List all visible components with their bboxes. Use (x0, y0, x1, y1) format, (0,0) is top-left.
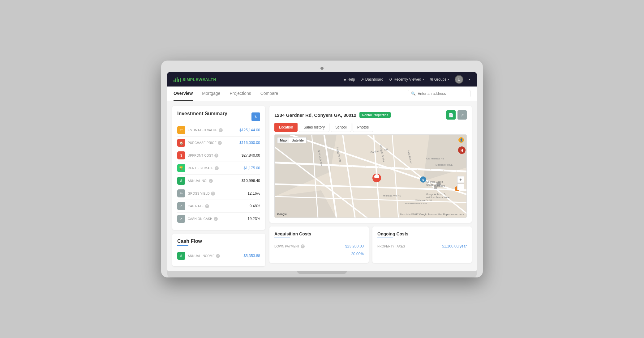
address-search-bar[interactable]: 🔍 (408, 90, 470, 97)
tab-projections[interactable]: Projections (230, 87, 251, 101)
cap-rate-label: CAP RATE (188, 205, 204, 208)
street-view-icon[interactable]: 👤 (458, 137, 464, 143)
ongoing-costs-title: Ongoing Costs (377, 231, 467, 236)
svg-text:and Sons Funeral Home: and Sons Funeral Home (426, 196, 450, 198)
tab-bar: Overview Mortgage Projections Compare 🔍 (167, 87, 477, 101)
cash-on-cash-label: CASH ON CASH (188, 217, 213, 221)
dashboard-icon: ↗ (361, 77, 364, 82)
map-zoom-controls: + − (457, 176, 464, 190)
bottom-cards: Acquisition Costs DOWN PAYMENT ? $23,200… (269, 226, 472, 263)
chevron-down-icon: ▾ (448, 78, 449, 81)
metric-row-gross-yield: % GROSS YIELD ? 12.16% (177, 187, 260, 200)
annual-income-row: $ ANNUAL INCOME ? $5,353.88 (177, 250, 260, 261)
rent-estimate-label: RENT ESTIMATE (188, 167, 213, 170)
rent-estimate-help-icon[interactable]: ? (215, 166, 219, 170)
address-search-input[interactable] (418, 91, 467, 96)
cap-rate-amount: 9.48% (250, 204, 260, 208)
estimated-value-help-icon[interactable]: ? (219, 128, 223, 132)
upfront-cost-help-icon[interactable]: ? (214, 154, 218, 158)
metric-row-estimated-value: 🏷 ESTIMATED VALUE ? $125,144.00 (177, 124, 260, 137)
metric-row-annual-noi: $ ANNUAL NOI ? $10,996.40 (177, 175, 260, 187)
nav-items: ● Help ↗ Dashboard ↺ Recently Viewed ▾ ⊞… (344, 75, 470, 84)
property-actions: 📄 ↗ (446, 110, 467, 120)
map-type-map-button[interactable]: Map (277, 137, 289, 143)
purchase-price-amount: $116,000.00 (239, 141, 260, 145)
tab-compare[interactable]: Compare (260, 87, 278, 101)
down-payment-help-icon[interactable]: ? (301, 244, 305, 248)
metric-row-purchase-price: 🏠 PURCHASE PRICE ? $116,000.00 (177, 137, 260, 149)
rental-badge: Rental Properties (359, 112, 391, 118)
upfront-cost-icon: $ (177, 151, 185, 159)
avatar[interactable]: U (455, 75, 463, 84)
help-nav-item[interactable]: ● Help (344, 77, 355, 82)
photos-tab[interactable]: Photos (353, 123, 373, 132)
location-tabs: Location Sales history School Photos (269, 120, 472, 132)
groups-nav-item[interactable]: ⊞ Groups ▾ (430, 77, 449, 82)
screen: SIMPLEWEALTH ● Help ↗ Dashboard ↺ Recent… (167, 72, 477, 271)
clock-icon: ↺ (389, 77, 392, 82)
tab-overview[interactable]: Overview (174, 87, 193, 101)
annual-noi-amount: $10,996.40 (242, 179, 260, 183)
map-container: $ H (274, 134, 467, 218)
purchase-price-icon: 🏠 (177, 139, 185, 147)
gross-yield-label: GROSS YIELD (188, 192, 210, 195)
map-svg: $ H (275, 135, 466, 218)
laptop-notch (297, 271, 347, 274)
right-panel: 1234 Gardner Rd, Conyers GA, 30012 Renta… (269, 106, 472, 266)
metric-row-cash-on-cash: ↗ CASH ON CASH ? 19.23% (177, 213, 260, 225)
search-icon: 🔍 (411, 91, 416, 96)
logo-bars-icon (174, 77, 181, 82)
property-header: 1234 Gardner Rd, Conyers GA, 30012 Renta… (269, 106, 472, 120)
location-tab[interactable]: Location (274, 123, 298, 132)
dashboard-nav-item[interactable]: ↗ Dashboard (361, 77, 384, 82)
map-copyright: Map data ©2017 Google Terms of Use Repor… (400, 213, 464, 216)
ongoing-costs-card: Ongoing Costs PROPERTY TAXES $1,160.00/y… (372, 226, 472, 263)
svg-text:H: H (461, 149, 463, 152)
annual-income-help-icon[interactable]: ? (216, 254, 220, 258)
down-payment-pct-row: 20.00% (274, 250, 364, 258)
save-report-button[interactable]: 📄 (446, 110, 456, 120)
cap-rate-help-icon[interactable]: ? (205, 204, 209, 208)
cash-on-cash-amount: 19.23% (247, 217, 260, 221)
svg-text:George W. Levett Sr.: George W. Levett Sr. (426, 193, 446, 196)
upfront-cost-label: UPFRONT COST (188, 154, 213, 157)
estimated-value-label: ESTIMATED VALUE (188, 129, 217, 132)
main-content: Investment Summary ↻ 🏷 ESTIMATED VALUE ?… (167, 101, 477, 271)
zoom-in-button[interactable]: + (457, 176, 464, 183)
property-map-card: 1234 Gardner Rd, Conyers GA, 30012 Renta… (269, 106, 472, 223)
purchase-price-help-icon[interactable]: ? (218, 141, 222, 145)
metric-row-rent-estimate: 🏆 RENT ESTIMATE ? $1,175.00 (177, 162, 260, 175)
svg-text:Old Milstead Rd: Old Milstead Rd (426, 157, 444, 160)
title-underline (177, 118, 196, 118)
estimated-value-icon: 🏷 (177, 126, 185, 134)
grid-icon: ⊞ (430, 77, 433, 82)
annual-noi-help-icon[interactable]: ? (209, 179, 213, 183)
logo: SIMPLEWEALTH (174, 77, 216, 82)
metric-row-upfront-cost: $ UPFRONT COST ? $27,840.00 (177, 149, 260, 162)
purchase-price-label: PURCHASE PRICE (188, 141, 217, 145)
gross-yield-help-icon[interactable]: ? (211, 192, 215, 196)
svg-text:Wellbrook Cir NE: Wellbrook Cir NE (415, 199, 432, 201)
zoom-out-button[interactable]: − (457, 184, 464, 190)
gross-yield-amount: 12.16% (247, 191, 260, 196)
annual-income-icon: $ (177, 252, 185, 260)
cash-on-cash-icon: ↗ (177, 215, 185, 223)
down-payment-row: DOWN PAYMENT ? $23,200.00 (274, 243, 364, 250)
webcam (320, 67, 324, 70)
tab-mortgage[interactable]: Mortgage (202, 87, 220, 101)
rent-estimate-icon: 🏆 (177, 164, 185, 172)
upfront-cost-amount: $27,840.00 (242, 153, 260, 158)
sales-history-tab[interactable]: Sales history (299, 123, 329, 132)
map-type-satellite-button[interactable]: Satellite (289, 137, 306, 143)
annual-income-label: ANNUAL INCOME (188, 254, 215, 258)
user-dropdown-icon[interactable]: ▾ (469, 78, 470, 81)
property-taxes-label: PROPERTY TAXES (377, 245, 405, 248)
share-button[interactable]: ↗ (457, 110, 467, 120)
recently-viewed-nav-item[interactable]: ↺ Recently Viewed ▾ (389, 77, 424, 82)
refresh-button[interactable]: ↻ (251, 112, 260, 121)
map-type-buttons: Map Satellite (277, 137, 307, 143)
cash-on-cash-help-icon[interactable]: ? (214, 217, 218, 221)
chevron-down-icon: ▾ (423, 78, 424, 81)
annual-noi-icon: $ (177, 177, 185, 185)
school-tab[interactable]: School (331, 123, 351, 132)
